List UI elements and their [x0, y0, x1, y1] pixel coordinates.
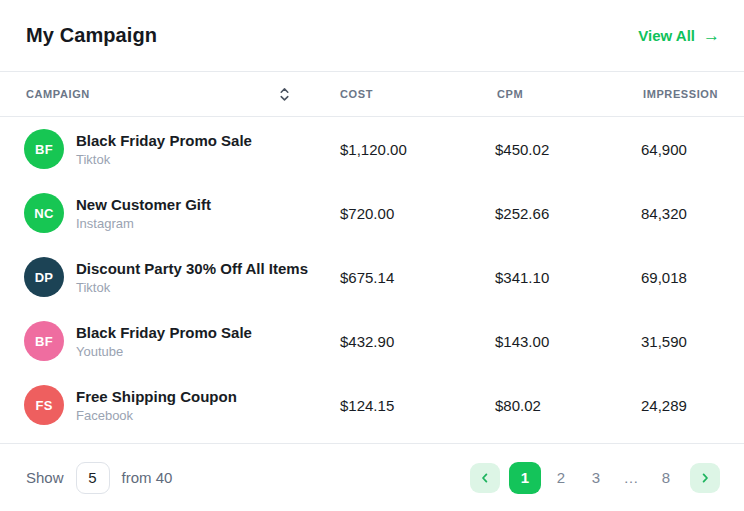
column-header-impression: IMPRESSION: [643, 88, 720, 100]
page-title: My Campaign: [26, 24, 157, 47]
campaign-name: Black Friday Promo Sale: [76, 324, 252, 341]
campaign-name: Black Friday Promo Sale: [76, 132, 252, 149]
cost-value: $720.00: [338, 205, 495, 222]
campaign-cell: DP Discount Party 30% Off All Items Tikt…: [24, 257, 338, 297]
table-row[interactable]: BF Black Friday Promo Sale Tiktok $1,120…: [0, 117, 744, 181]
campaign-platform: Youtube: [76, 344, 252, 359]
campaign-platform: Facebook: [76, 408, 237, 423]
campaign-text: Black Friday Promo Sale Tiktok: [76, 132, 252, 167]
column-header-campaign: CAMPAIGN: [26, 87, 340, 102]
campaign-text: Black Friday Promo Sale Youtube: [76, 324, 252, 359]
page-button-3[interactable]: 3: [581, 463, 611, 493]
from-total-label: from 40: [122, 469, 173, 486]
cost-value: $124.15: [338, 397, 495, 414]
impression-value: 84,320: [641, 205, 720, 222]
column-header-cpm: CPM: [497, 88, 643, 100]
sort-icon[interactable]: [279, 87, 290, 102]
campaign-platform: Tiktok: [76, 280, 308, 295]
card-header: My Campaign View All →: [0, 0, 744, 72]
table-body: BF Black Friday Promo Sale Tiktok $1,120…: [0, 117, 744, 437]
card-footer: Show 5 from 40 1 2 3 … 8: [0, 443, 744, 511]
chevron-left-icon: [479, 472, 491, 484]
campaign-text: New Customer Gift Instagram: [76, 196, 211, 231]
campaign-text: Free Shipping Coupon Facebook: [76, 388, 237, 423]
table-row[interactable]: BF Black Friday Promo Sale Youtube $432.…: [0, 309, 744, 373]
cost-value: $675.14: [338, 269, 495, 286]
cpm-value: $252.66: [495, 205, 641, 222]
show-label: Show: [26, 469, 64, 486]
campaign-platform: Instagram: [76, 216, 211, 231]
impression-value: 69,018: [641, 269, 720, 286]
page-ellipsis: …: [616, 463, 646, 493]
table-header-row: CAMPAIGN COST CPM IMPRESSION: [0, 72, 744, 117]
campaign-cell: BF Black Friday Promo Sale Youtube: [24, 321, 338, 361]
cost-value: $1,120.00: [338, 141, 495, 158]
cpm-value: $450.02: [495, 141, 641, 158]
campaign-name: Free Shipping Coupon: [76, 388, 237, 405]
pagination: 1 2 3 … 8: [470, 462, 720, 494]
page-button-8[interactable]: 8: [651, 463, 681, 493]
campaign-cell: FS Free Shipping Coupon Facebook: [24, 385, 338, 425]
impression-value: 31,590: [641, 333, 720, 350]
table-row[interactable]: NC New Customer Gift Instagram $720.00 $…: [0, 181, 744, 245]
campaign-cell: NC New Customer Gift Instagram: [24, 193, 338, 233]
avatar: NC: [24, 193, 64, 233]
cpm-value: $80.02: [495, 397, 641, 414]
cpm-value: $143.00: [495, 333, 641, 350]
impression-value: 64,900: [641, 141, 720, 158]
chevron-right-icon: [699, 472, 711, 484]
cost-value: $432.90: [338, 333, 495, 350]
page-button-2[interactable]: 2: [546, 463, 576, 493]
campaign-platform: Tiktok: [76, 152, 252, 167]
avatar: FS: [24, 385, 64, 425]
view-all-link[interactable]: View All →: [638, 27, 720, 44]
table-row[interactable]: FS Free Shipping Coupon Facebook $124.15…: [0, 373, 744, 437]
campaign-name: Discount Party 30% Off All Items: [76, 260, 308, 277]
avatar: BF: [24, 321, 64, 361]
avatar: DP: [24, 257, 64, 297]
page-button-1[interactable]: 1: [509, 462, 541, 494]
view-all-label: View All: [638, 27, 695, 44]
page-size-select[interactable]: 5: [76, 462, 110, 494]
impression-value: 24,289: [641, 397, 720, 414]
campaign-text: Discount Party 30% Off All Items Tiktok: [76, 260, 308, 295]
prev-page-button[interactable]: [470, 463, 500, 493]
arrow-right-icon: →: [703, 27, 720, 44]
column-header-cost: COST: [340, 88, 497, 100]
avatar: BF: [24, 129, 64, 169]
campaign-name: New Customer Gift: [76, 196, 211, 213]
page-size-controls: Show 5 from 40: [26, 462, 172, 494]
cpm-value: $341.10: [495, 269, 641, 286]
column-header-campaign-label: CAMPAIGN: [26, 88, 90, 100]
table-row[interactable]: DP Discount Party 30% Off All Items Tikt…: [0, 245, 744, 309]
my-campaign-card: My Campaign View All → CAMPAIGN COST CPM…: [0, 0, 744, 511]
campaign-cell: BF Black Friday Promo Sale Tiktok: [24, 129, 338, 169]
page-size-value: 5: [88, 469, 96, 486]
next-page-button[interactable]: [690, 463, 720, 493]
